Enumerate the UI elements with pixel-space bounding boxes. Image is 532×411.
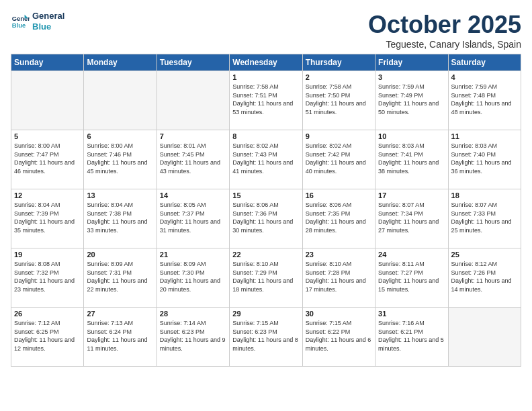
calendar-cell: 11Sunrise: 8:03 AMSunset: 7:40 PMDayligh… bbox=[448, 130, 521, 189]
location-text: Tegueste, Canary Islands, Spain bbox=[368, 39, 521, 50]
calendar-week-1: 1Sunrise: 7:58 AMSunset: 7:51 PMDaylight… bbox=[11, 71, 521, 130]
cell-content: Sunrise: 8:07 AMSunset: 7:34 PMDaylight:… bbox=[378, 201, 445, 234]
cell-content: Sunrise: 8:03 AMSunset: 7:41 PMDaylight:… bbox=[378, 142, 445, 175]
cell-content: Sunrise: 8:08 AMSunset: 7:32 PMDaylight:… bbox=[14, 260, 81, 293]
logo-icon: General Blue bbox=[11, 12, 30, 31]
cell-content: Sunrise: 8:07 AMSunset: 7:33 PMDaylight:… bbox=[451, 201, 518, 234]
calendar-week-4: 19Sunrise: 8:08 AMSunset: 7:32 PMDayligh… bbox=[11, 248, 521, 308]
cell-content: Sunrise: 7:14 AMSunset: 6:23 PMDaylight:… bbox=[160, 319, 226, 353]
calendar-cell: 25Sunrise: 8:12 AMSunset: 7:26 PMDayligh… bbox=[448, 248, 521, 308]
cell-content: Sunrise: 8:02 AMSunset: 7:43 PMDaylight:… bbox=[232, 142, 299, 175]
day-number: 3 bbox=[378, 73, 445, 81]
calendar-cell bbox=[84, 71, 157, 130]
calendar-cell: 17Sunrise: 8:07 AMSunset: 7:34 PMDayligh… bbox=[375, 189, 448, 248]
calendar-cell: 18Sunrise: 8:07 AMSunset: 7:33 PMDayligh… bbox=[448, 189, 521, 248]
logo-general-text: General bbox=[32, 11, 64, 21]
day-number: 31 bbox=[378, 310, 445, 318]
day-number: 13 bbox=[87, 191, 153, 199]
calendar-cell: 1Sunrise: 7:58 AMSunset: 7:51 PMDaylight… bbox=[230, 71, 302, 130]
calendar-table: SundayMondayTuesdayWednesdayThursdayFrid… bbox=[11, 54, 521, 367]
calendar-cell: 27Sunrise: 7:13 AMSunset: 6:24 PMDayligh… bbox=[84, 308, 157, 367]
cell-content: Sunrise: 7:15 AMSunset: 6:22 PMDaylight:… bbox=[306, 319, 372, 353]
calendar-cell bbox=[157, 71, 229, 130]
weekday-header-saturday: Saturday bbox=[448, 54, 521, 71]
calendar-cell: 2Sunrise: 7:58 AMSunset: 7:50 PMDaylight… bbox=[302, 71, 375, 130]
cell-content: Sunrise: 8:03 AMSunset: 7:40 PMDaylight:… bbox=[451, 142, 518, 175]
day-number: 8 bbox=[232, 132, 299, 140]
calendar-cell: 6Sunrise: 8:00 AMSunset: 7:46 PMDaylight… bbox=[84, 130, 157, 189]
logo: General Blue General Blue bbox=[11, 11, 64, 32]
cell-content: Sunrise: 7:58 AMSunset: 7:50 PMDaylight:… bbox=[306, 83, 372, 116]
day-number: 1 bbox=[232, 73, 299, 81]
cell-content: Sunrise: 8:01 AMSunset: 7:45 PMDaylight:… bbox=[160, 142, 226, 175]
calendar-cell: 23Sunrise: 8:10 AMSunset: 7:28 PMDayligh… bbox=[302, 248, 375, 308]
day-number: 26 bbox=[14, 310, 81, 318]
day-number: 20 bbox=[87, 250, 153, 259]
cell-content: Sunrise: 7:12 AMSunset: 6:25 PMDaylight:… bbox=[14, 319, 81, 353]
weekday-header-friday: Friday bbox=[375, 54, 448, 71]
day-number: 28 bbox=[160, 310, 226, 318]
calendar-cell: 30Sunrise: 7:15 AMSunset: 6:22 PMDayligh… bbox=[302, 308, 375, 367]
page-header: General Blue General Blue October 2025 T… bbox=[11, 11, 521, 50]
calendar-cell: 20Sunrise: 8:09 AMSunset: 7:31 PMDayligh… bbox=[84, 248, 157, 308]
calendar-cell: 12Sunrise: 8:04 AMSunset: 7:39 PMDayligh… bbox=[11, 189, 84, 248]
cell-content: Sunrise: 7:15 AMSunset: 6:23 PMDaylight:… bbox=[232, 319, 299, 353]
day-number: 5 bbox=[14, 132, 81, 140]
day-number: 27 bbox=[87, 310, 153, 318]
calendar-cell: 7Sunrise: 8:01 AMSunset: 7:45 PMDaylight… bbox=[157, 130, 229, 189]
calendar-cell: 3Sunrise: 7:59 AMSunset: 7:49 PMDaylight… bbox=[375, 71, 448, 130]
logo-blue-text: Blue bbox=[32, 21, 64, 32]
calendar-cell: 8Sunrise: 8:02 AMSunset: 7:43 PMDaylight… bbox=[230, 130, 302, 189]
day-number: 14 bbox=[160, 191, 226, 199]
cell-content: Sunrise: 8:10 AMSunset: 7:29 PMDaylight:… bbox=[232, 260, 299, 293]
day-number: 18 bbox=[451, 191, 518, 199]
day-number: 25 bbox=[451, 250, 518, 259]
day-number: 30 bbox=[306, 310, 372, 318]
weekday-header-wednesday: Wednesday bbox=[230, 54, 302, 71]
cell-content: Sunrise: 8:05 AMSunset: 7:37 PMDaylight:… bbox=[160, 201, 226, 234]
day-number: 23 bbox=[306, 250, 372, 259]
calendar-cell: 31Sunrise: 7:16 AMSunset: 6:21 PMDayligh… bbox=[375, 308, 448, 367]
calendar-cell: 26Sunrise: 7:12 AMSunset: 6:25 PMDayligh… bbox=[11, 308, 84, 367]
calendar-cell: 10Sunrise: 8:03 AMSunset: 7:41 PMDayligh… bbox=[375, 130, 448, 189]
day-number: 9 bbox=[306, 132, 372, 140]
weekday-header-thursday: Thursday bbox=[302, 54, 375, 71]
day-number: 22 bbox=[232, 250, 299, 259]
cell-content: Sunrise: 8:04 AMSunset: 7:38 PMDaylight:… bbox=[87, 201, 153, 234]
calendar-cell: 22Sunrise: 8:10 AMSunset: 7:29 PMDayligh… bbox=[230, 248, 302, 308]
day-number: 6 bbox=[87, 132, 153, 140]
calendar-week-5: 26Sunrise: 7:12 AMSunset: 6:25 PMDayligh… bbox=[11, 308, 521, 367]
calendar-cell: 24Sunrise: 8:11 AMSunset: 7:27 PMDayligh… bbox=[375, 248, 448, 308]
calendar-cell: 21Sunrise: 8:09 AMSunset: 7:30 PMDayligh… bbox=[157, 248, 229, 308]
calendar-cell: 19Sunrise: 8:08 AMSunset: 7:32 PMDayligh… bbox=[11, 248, 84, 308]
svg-text:General: General bbox=[12, 15, 30, 22]
cell-content: Sunrise: 8:09 AMSunset: 7:30 PMDaylight:… bbox=[160, 260, 226, 293]
cell-content: Sunrise: 8:00 AMSunset: 7:46 PMDaylight:… bbox=[87, 142, 153, 175]
day-number: 29 bbox=[232, 310, 299, 318]
day-number: 11 bbox=[451, 132, 518, 140]
cell-content: Sunrise: 8:06 AMSunset: 7:36 PMDaylight:… bbox=[232, 201, 299, 234]
day-number: 4 bbox=[451, 73, 518, 81]
day-number: 17 bbox=[378, 191, 445, 199]
calendar-cell: 16Sunrise: 8:06 AMSunset: 7:35 PMDayligh… bbox=[302, 189, 375, 248]
calendar-cell: 28Sunrise: 7:14 AMSunset: 6:23 PMDayligh… bbox=[157, 308, 229, 367]
calendar-week-3: 12Sunrise: 8:04 AMSunset: 7:39 PMDayligh… bbox=[11, 189, 521, 248]
weekday-header-row: SundayMondayTuesdayWednesdayThursdayFrid… bbox=[11, 54, 521, 71]
cell-content: Sunrise: 7:58 AMSunset: 7:51 PMDaylight:… bbox=[232, 83, 299, 116]
weekday-header-monday: Monday bbox=[84, 54, 157, 71]
title-block: October 2025 Tegueste, Canary Islands, S… bbox=[368, 11, 521, 50]
cell-content: Sunrise: 8:04 AMSunset: 7:39 PMDaylight:… bbox=[14, 201, 81, 234]
cell-content: Sunrise: 8:10 AMSunset: 7:28 PMDaylight:… bbox=[306, 260, 372, 293]
day-number: 10 bbox=[378, 132, 445, 140]
calendar-cell: 5Sunrise: 8:00 AMSunset: 7:47 PMDaylight… bbox=[11, 130, 84, 189]
day-number: 21 bbox=[160, 250, 226, 259]
cell-content: Sunrise: 7:13 AMSunset: 6:24 PMDaylight:… bbox=[87, 319, 153, 353]
cell-content: Sunrise: 7:59 AMSunset: 7:49 PMDaylight:… bbox=[378, 83, 445, 116]
calendar-cell bbox=[11, 71, 84, 130]
weekday-header-tuesday: Tuesday bbox=[157, 54, 229, 71]
cell-content: Sunrise: 8:02 AMSunset: 7:42 PMDaylight:… bbox=[306, 142, 372, 175]
cell-content: Sunrise: 7:59 AMSunset: 7:48 PMDaylight:… bbox=[451, 83, 518, 116]
cell-content: Sunrise: 8:11 AMSunset: 7:27 PMDaylight:… bbox=[378, 260, 445, 293]
calendar-cell bbox=[448, 308, 521, 367]
cell-content: Sunrise: 8:12 AMSunset: 7:26 PMDaylight:… bbox=[451, 260, 518, 293]
